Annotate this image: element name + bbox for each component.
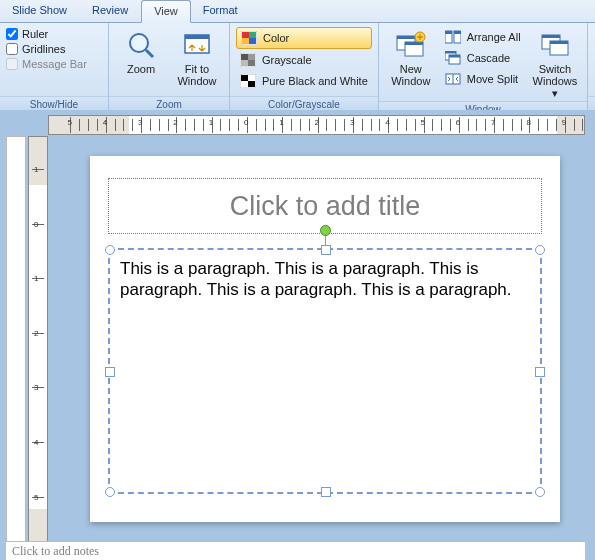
ruler-label: Ruler (22, 28, 48, 40)
svg-rect-7 (242, 38, 249, 44)
group-zoom: Zoom Fit to Window Zoom (109, 23, 230, 111)
arrange-all-icon (445, 29, 461, 45)
move-split-label: Move Split (467, 73, 518, 85)
body-text[interactable]: This is a paragraph. This is a paragraph… (110, 250, 540, 309)
svg-point-0 (130, 34, 148, 52)
resize-handle-w[interactable] (105, 367, 115, 377)
svg-rect-12 (241, 60, 248, 66)
new-window-icon (395, 29, 427, 61)
svg-rect-25 (454, 31, 461, 34)
resize-handle-e[interactable] (535, 367, 545, 377)
zoom-icon (125, 29, 157, 61)
resize-handle-s[interactable] (321, 487, 331, 497)
fit-window-label: Fit to Window (177, 63, 216, 87)
fit-window-icon (181, 29, 213, 61)
fit-window-button[interactable]: Fit to Window (171, 27, 223, 96)
cascade-button[interactable]: Cascade (441, 48, 525, 68)
arrange-all-label: Arrange All (467, 31, 521, 43)
svg-rect-10 (241, 54, 248, 60)
svg-rect-3 (185, 35, 209, 39)
svg-rect-15 (241, 75, 248, 81)
svg-rect-6 (249, 32, 256, 38)
tab-review[interactable]: Review (80, 0, 141, 22)
color-icon (241, 30, 257, 46)
color-button[interactable]: Color (236, 27, 372, 49)
group-label-zoom: Zoom (109, 96, 229, 111)
svg-rect-8 (249, 38, 256, 44)
notes-pane[interactable]: Click to add notes (6, 541, 585, 560)
color-label: Color (263, 32, 289, 44)
grayscale-icon (240, 52, 256, 68)
switch-windows-button[interactable]: Switch Windows ▾ (529, 27, 582, 101)
zoom-button[interactable]: Zoom (115, 27, 167, 96)
horizontal-ruler[interactable]: 543210123456789 (48, 115, 585, 135)
resize-handle-sw[interactable] (105, 487, 115, 497)
resize-handle-nw[interactable] (105, 245, 115, 255)
ruler-checkbox[interactable]: Ruler (6, 27, 87, 41)
pure-bw-icon (240, 73, 256, 89)
tab-view[interactable]: View (141, 0, 191, 23)
gridlines-label: Gridlines (22, 43, 65, 55)
group-label-colorgray: Color/Grayscale (230, 96, 378, 111)
pure-bw-label: Pure Black and White (262, 75, 368, 87)
group-macros: Mac Ma (588, 23, 595, 111)
vertical-ruler[interactable]: 1012345 (28, 136, 48, 542)
content-placeholder[interactable]: This is a paragraph. This is a paragraph… (108, 248, 542, 494)
chevron-down-icon: ▾ (552, 87, 558, 99)
new-window-button[interactable]: New Window (385, 27, 437, 101)
slide-canvas[interactable]: Click to add title This is a paragraph. … (90, 156, 560, 522)
resize-handle-n[interactable] (321, 245, 331, 255)
zoom-label: Zoom (127, 63, 155, 75)
switch-windows-icon (539, 29, 571, 61)
ribbon: Ruler Gridlines Message Bar Show/Hide Zo… (0, 23, 595, 112)
group-label-macros: Ma (588, 96, 595, 111)
group-window: New Window Arrange All Cascade Move Spli… (379, 23, 588, 111)
svg-line-1 (146, 50, 153, 57)
cascade-label: Cascade (467, 52, 510, 64)
svg-rect-29 (449, 55, 460, 58)
move-split-button[interactable]: Move Split (441, 69, 525, 89)
group-showhide: Ruler Gridlines Message Bar Show/Hide (0, 23, 109, 111)
group-colorgrayscale: Color Grayscale Pure Black and White Col… (230, 23, 379, 111)
editor-workspace: 543210123456789 1012345 Click to add tit… (0, 110, 595, 560)
svg-rect-11 (248, 54, 255, 60)
svg-rect-35 (550, 41, 568, 44)
grayscale-button[interactable]: Grayscale (236, 50, 372, 70)
outline-pane[interactable] (6, 136, 26, 542)
svg-rect-18 (397, 36, 415, 39)
pure-bw-button[interactable]: Pure Black and White (236, 71, 372, 91)
group-label-showhide: Show/Hide (0, 96, 108, 111)
resize-handle-se[interactable] (535, 487, 545, 497)
gridlines-checkbox[interactable]: Gridlines (6, 42, 87, 56)
grayscale-label: Grayscale (262, 54, 312, 66)
svg-rect-23 (445, 31, 452, 34)
messagebar-checkbox: Message Bar (6, 57, 87, 71)
cascade-icon (445, 50, 461, 66)
rotation-handle[interactable] (320, 225, 331, 236)
move-split-icon (445, 71, 461, 87)
svg-rect-5 (242, 32, 249, 38)
svg-rect-27 (445, 51, 456, 54)
svg-rect-13 (248, 60, 255, 66)
arrange-all-button[interactable]: Arrange All (441, 27, 525, 47)
resize-handle-ne[interactable] (535, 245, 545, 255)
svg-rect-16 (248, 81, 255, 87)
svg-rect-33 (542, 35, 560, 38)
switch-windows-label: Switch Windows ▾ (533, 63, 578, 99)
ribbon-tabs: Slide Show Review View Format (0, 0, 595, 23)
new-window-label: New Window (391, 63, 430, 87)
tab-slideshow[interactable]: Slide Show (0, 0, 80, 22)
messagebar-label: Message Bar (22, 58, 87, 70)
tab-format[interactable]: Format (191, 0, 251, 22)
